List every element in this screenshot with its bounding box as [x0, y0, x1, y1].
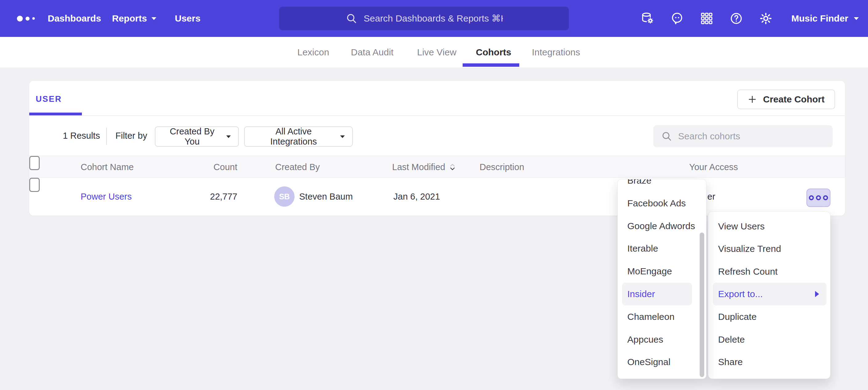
menu-item-duplicate[interactable]: Duplicate — [708, 305, 830, 328]
section-tabbar: Lexicon Data Audit Live View Cohorts Int… — [0, 37, 868, 68]
chevron-down-icon — [854, 17, 859, 20]
avatar: SB — [274, 186, 294, 207]
menu-item-onesignal[interactable]: OneSignal — [618, 351, 706, 373]
feedback-icon[interactable] — [670, 11, 684, 26]
menu-item-share[interactable]: Share — [708, 351, 830, 373]
circle-dot-icon — [816, 195, 821, 200]
brand-dot-large — [17, 16, 23, 22]
export-menu-scrollbar-thumb[interactable] — [700, 232, 704, 377]
row-context-menu: View Users Visualize Trend Refresh Count… — [708, 211, 831, 379]
nav-link-reports[interactable]: Reports — [112, 0, 156, 37]
search-icon — [661, 130, 673, 142]
tab-cohorts[interactable]: Cohorts — [476, 37, 511, 68]
user-tab-underline — [29, 112, 82, 115]
tab-lexicon[interactable]: Lexicon — [297, 37, 329, 68]
table-header-row: Cohort Name Count Created By Last Modifi… — [29, 156, 845, 178]
column-header-your-access: Your Access — [689, 156, 738, 178]
tab-data-audit[interactable]: Data Audit — [351, 37, 393, 68]
divider — [106, 128, 107, 145]
cohorts-card: USER Create Cohort 1 Results Filter by C… — [29, 81, 845, 216]
project-name: Music Finder — [792, 13, 848, 24]
nav-link-dashboards[interactable]: Dashboards — [48, 0, 101, 37]
brand-dot-medium — [26, 17, 30, 21]
menu-item-export-to[interactable]: Export to... — [713, 283, 827, 305]
create-cohort-button[interactable]: Create Cohort — [737, 90, 835, 109]
cohorts-page: Dashboards Reports Users — [0, 0, 868, 390]
brand-dots-logo[interactable] — [17, 0, 35, 37]
nav-link-users[interactable]: Users — [175, 0, 200, 37]
filter-by-label: Filter by — [116, 125, 147, 147]
chevron-down-icon — [226, 135, 231, 138]
menu-item-insider[interactable]: Insider — [622, 283, 692, 305]
help-icon[interactable] — [729, 11, 743, 26]
table-row: Power Users 22,777 SB Steven Baum Jan 6,… — [29, 178, 845, 216]
menu-item-facebook-ads[interactable]: Facebook Ads — [618, 192, 706, 215]
select-all-checkbox[interactable] — [29, 156, 40, 170]
divider — [29, 115, 845, 116]
circle-dot-icon — [823, 195, 828, 200]
project-switcher[interactable]: Music Finder — [792, 13, 859, 24]
submenu-arrow-icon — [815, 291, 819, 297]
menu-item-iterable[interactable]: Iterable — [618, 237, 706, 260]
search-icon — [345, 12, 358, 25]
menu-item-label: Export to... — [718, 289, 763, 299]
column-header-count: Count — [162, 156, 237, 178]
menu-item-refresh-count[interactable]: Refresh Count — [708, 260, 830, 283]
results-count: 1 Results — [63, 125, 100, 147]
apps-grid-icon[interactable] — [700, 11, 714, 26]
menu-item-appcues[interactable]: Appcues — [618, 328, 706, 351]
menu-item-chameleon[interactable]: Chameleon — [618, 305, 706, 328]
plus-icon — [748, 95, 757, 104]
chevron-down-icon — [151, 17, 156, 20]
tab-user-cohorts[interactable]: USER — [36, 94, 62, 104]
your-access-value-partial: er — [707, 178, 715, 216]
brand-dot-small — [32, 17, 35, 20]
cohort-search-input[interactable] — [678, 131, 833, 141]
menu-item-moengage[interactable]: MoEngage — [618, 260, 706, 283]
column-header-label: Last Modified — [392, 162, 445, 172]
column-header-last-modified[interactable]: Last Modified — [392, 156, 456, 178]
nav-link-label: Users — [175, 13, 200, 24]
create-cohort-label: Create Cohort — [763, 94, 825, 105]
tab-integrations[interactable]: Integrations — [532, 37, 580, 68]
navbar-right-controls: Music Finder — [641, 0, 859, 37]
cohort-count: 22,777 — [162, 178, 237, 216]
last-modified-date: Jan 6, 2021 — [393, 178, 440, 216]
active-tab-underline — [463, 63, 519, 67]
menu-item-view-users[interactable]: View Users — [708, 215, 830, 238]
row-actions-button[interactable] — [806, 189, 831, 207]
circle-dot-icon — [809, 195, 814, 200]
integrations-filter-dropdown[interactable]: All Active Integrations — [244, 126, 353, 147]
menu-item-braze[interactable]: Braze — [618, 179, 706, 192]
menu-item-google-adwords[interactable]: Google Adwords — [618, 215, 706, 237]
column-header-created-by: Created By — [275, 156, 320, 178]
top-navbar: Dashboards Reports Users — [0, 0, 868, 37]
created-by-filter-dropdown[interactable]: Created By You — [155, 126, 239, 147]
integrations-filter-value: All Active Integrations — [253, 126, 335, 147]
cohort-name-link[interactable]: Power Users — [81, 178, 132, 216]
row-checkbox[interactable] — [29, 178, 40, 192]
nav-link-label: Reports — [112, 13, 147, 24]
created-by-filter-value: Created By You — [163, 126, 221, 147]
column-header-cohort-name: Cohort Name — [81, 156, 133, 178]
global-search-input[interactable] — [364, 13, 503, 24]
tab-live-view[interactable]: Live View — [417, 37, 457, 68]
nav-link-label: Dashboards — [48, 13, 101, 24]
menu-item-delete[interactable]: Delete — [708, 328, 830, 351]
column-header-description: Description — [479, 156, 524, 178]
sort-icon — [450, 163, 456, 171]
chevron-down-icon — [340, 135, 345, 138]
created-by-name: Steven Baum — [299, 178, 353, 216]
settings-gear-icon[interactable] — [759, 11, 773, 26]
data-settings-icon[interactable] — [641, 11, 655, 26]
global-search-bar[interactable] — [279, 7, 569, 30]
export-destinations-menu: Braze Facebook Ads Google Adwords Iterab… — [617, 179, 706, 379]
cohort-search-bar[interactable] — [653, 125, 833, 147]
menu-item-visualize-trend[interactable]: Visualize Trend — [708, 237, 830, 260]
